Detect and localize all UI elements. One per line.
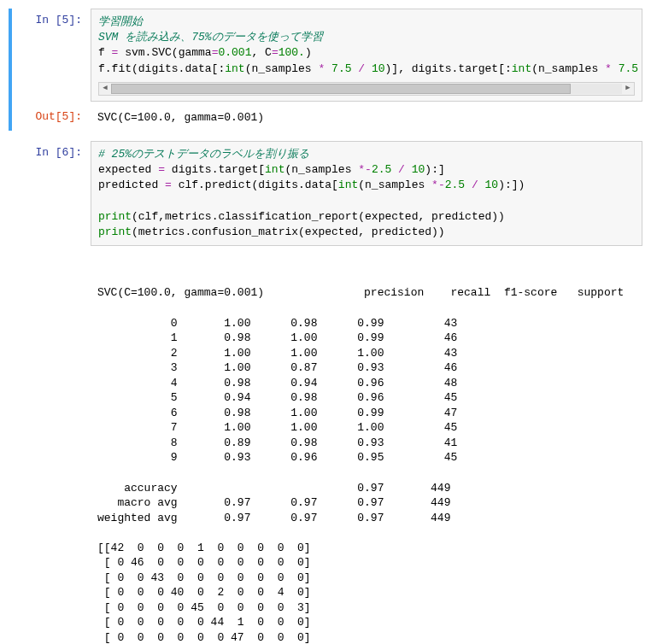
classification-report: SVC(C=100.0, gamma=0.001) precision reca… <box>97 285 636 644</box>
scroll-right-arrow-icon[interactable]: ▶ <box>622 84 634 94</box>
code-cell-6: In [6]: # 25%のテストデータのラベルを割り振る expected =… <box>9 141 642 644</box>
output-5: SVC(C=100.0, gamma=0.001) <box>91 105 642 131</box>
code-line: f = svm.SVC(gamma=0.001, C=100.) <box>98 45 635 61</box>
in-prompt-6: In [6]: <box>14 141 91 246</box>
code-input-6[interactable]: # 25%のテストデータのラベルを割り振る expected = digits.… <box>91 141 642 246</box>
code-input-5[interactable]: 学習開始 SVM を読み込み、75%のデータを使って学習 f = svm.SVC… <box>91 9 642 102</box>
out-prompt-6-empty <box>14 249 91 644</box>
code-line: expected = digits.target[int(n_samples *… <box>98 162 635 178</box>
in-prompt-5: In [5]: <box>14 9 91 102</box>
scroll-track[interactable] <box>111 84 622 94</box>
code-comment: 学習開始 <box>98 15 143 28</box>
output-6: SVC(C=100.0, gamma=0.001) precision reca… <box>91 249 642 644</box>
code-comment: SVM を読み込み、75%のデータを使って学習 <box>98 31 323 44</box>
scroll-thumb[interactable] <box>111 84 571 94</box>
code-line: print(clf,metrics.classification_report(… <box>98 209 635 225</box>
code-line: print(metrics.confusion_matrix(expected,… <box>98 225 635 240</box>
code-line: predicted = clf.predict(digits.data[int(… <box>98 178 635 193</box>
code-line: f.fit(digits.data[:int(n_samples * 7.5 /… <box>98 61 635 77</box>
horizontal-scrollbar[interactable]: ◀ ▶ <box>98 82 635 96</box>
out-prompt-5: Out[5]: <box>14 105 91 131</box>
scroll-left-arrow-icon[interactable]: ◀ <box>99 84 111 94</box>
code-comment: # 25%のテストデータのラベルを割り振る <box>98 148 309 161</box>
code-cell-5: In [5]: 学習開始 SVM を読み込み、75%のデータを使って学習 f =… <box>9 9 642 131</box>
